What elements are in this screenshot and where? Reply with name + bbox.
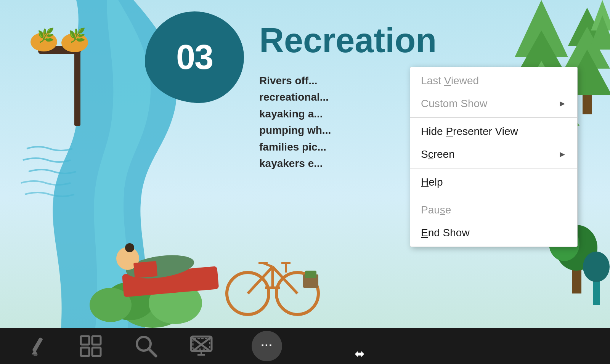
menu-item-last-viewed[interactable]: Last Viewed (410, 69, 577, 92)
menu-item-hide-presenter[interactable]: Hide Presenter View (410, 120, 577, 143)
svg-point-28 (125, 243, 134, 252)
pen-tool-button[interactable] (23, 334, 48, 358)
zoom-button[interactable] (189, 334, 214, 358)
svg-line-50 (149, 349, 156, 356)
menu-divider-2 (410, 168, 577, 168)
menu-item-help-label: Help (421, 176, 443, 188)
svg-rect-29 (133, 261, 157, 278)
slides-view-button[interactable] (78, 334, 103, 358)
slide-title: Recreation (259, 21, 437, 60)
slide-number: 03 (176, 38, 213, 77)
menu-divider-1 (410, 117, 577, 118)
more-options-button[interactable] (252, 331, 282, 361)
menu-item-screen[interactable]: Screen ► (410, 143, 577, 166)
zoom-icon (190, 335, 213, 358)
svg-rect-48 (92, 348, 101, 356)
search-button[interactable] (133, 334, 158, 358)
menu-item-pause-label: Pause (421, 204, 451, 216)
svg-rect-11 (583, 95, 592, 114)
menu-item-screen-label: Screen (421, 148, 455, 160)
svg-rect-41 (305, 271, 316, 278)
screen-arrow-icon: ► (558, 149, 567, 159)
svg-rect-46 (92, 336, 101, 345)
slide-area: 🌿 🌿 03 Recreation (0, 0, 610, 328)
svg-text:🌿: 🌿 (69, 27, 86, 43)
menu-item-custom-show[interactable]: Custom Show ► (410, 92, 577, 115)
menu-item-help[interactable]: Help (410, 171, 577, 194)
menu-item-pause[interactable]: Pause (410, 199, 577, 221)
slides-icon (79, 335, 102, 358)
slide-number-blob: 03 (145, 11, 244, 103)
svg-rect-44 (34, 354, 37, 356)
custom-show-arrow-icon: ► (558, 99, 567, 109)
svg-point-18 (583, 252, 610, 282)
menu-item-custom-show-label: Custom Show (421, 98, 487, 110)
svg-rect-45 (81, 336, 89, 345)
svg-rect-47 (81, 348, 89, 356)
context-menu: Last Viewed Custom Show ► Hide Presenter… (410, 67, 578, 247)
search-icon (135, 335, 157, 358)
more-options-container (252, 331, 282, 361)
menu-divider-3 (410, 196, 577, 196)
menu-item-end-show-label: End Show (421, 227, 470, 239)
svg-rect-42 (32, 337, 43, 352)
toolbar (0, 328, 610, 364)
menu-item-end-show[interactable]: End Show (410, 221, 577, 244)
svg-rect-19 (74, 46, 80, 126)
menu-item-last-viewed-label: Last Viewed (421, 75, 479, 87)
pen-icon (24, 335, 47, 358)
menu-item-hide-presenter-label: Hide Presenter View (421, 125, 518, 138)
svg-text:🌿: 🌿 (37, 27, 55, 43)
